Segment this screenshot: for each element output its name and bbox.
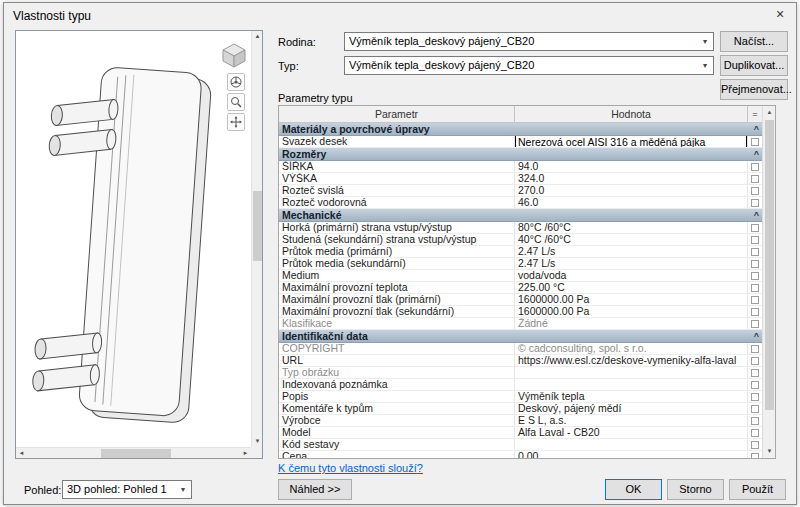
- associate-checkbox[interactable]: [751, 175, 759, 183]
- load-button[interactable]: Načíst...: [720, 31, 788, 52]
- associate-cell[interactable]: [748, 403, 762, 414]
- param-value-cell[interactable]: © cadconsulting, spol. s r.o.: [515, 343, 748, 354]
- associate-cell[interactable]: [748, 451, 762, 458]
- collapse-chevron-icon[interactable]: ^: [754, 148, 762, 160]
- associate-cell[interactable]: [748, 294, 762, 305]
- table-scrollbar[interactable]: ▲ ▼: [762, 106, 775, 458]
- scroll-down-icon[interactable]: ▼: [763, 445, 776, 458]
- associate-cell[interactable]: [748, 246, 762, 257]
- param-value-cell[interactable]: [515, 136, 748, 147]
- param-value-cell[interactable]: 40°C /60°C: [515, 234, 748, 245]
- chevron-down-icon[interactable]: ▾: [175, 481, 191, 498]
- param-value-cell[interactable]: 2.47 L/s: [515, 246, 748, 257]
- associate-cell[interactable]: [748, 282, 762, 293]
- preview-hscroll-thumb[interactable]: [101, 449, 171, 458]
- associate-cell[interactable]: [748, 270, 762, 281]
- associate-cell[interactable]: [748, 367, 762, 378]
- scroll-up-icon[interactable]: ▲: [763, 106, 776, 119]
- collapse-chevron-icon[interactable]: ^: [754, 209, 762, 221]
- preview-toggle-button[interactable]: Náhled >>: [278, 479, 352, 500]
- param-value-cell[interactable]: [515, 379, 748, 390]
- param-value-input[interactable]: [515, 136, 747, 147]
- param-value-cell[interactable]: Deskový, pájený mědí: [515, 403, 748, 414]
- family-dropdown[interactable]: Výměník tepla_deskový pájený_CB20 ▾: [344, 32, 714, 51]
- preview-horizontal-scrollbar[interactable]: ◄ ►: [16, 447, 251, 458]
- associate-cell[interactable]: [748, 391, 762, 402]
- param-group-header[interactable]: Rozměry^: [279, 148, 762, 161]
- associate-cell[interactable]: [748, 439, 762, 450]
- associate-checkbox[interactable]: [751, 187, 759, 195]
- steering-wheel-icon[interactable]: [227, 73, 245, 91]
- scroll-up-icon[interactable]: ▲: [252, 31, 263, 42]
- associate-checkbox[interactable]: [751, 345, 759, 353]
- cancel-button[interactable]: Storno: [667, 479, 724, 500]
- column-header-parameter[interactable]: Parametr: [279, 106, 515, 122]
- param-value-cell[interactable]: 225.00 °C: [515, 282, 748, 293]
- associate-checkbox[interactable]: [751, 284, 759, 292]
- preview-vscroll-thumb[interactable]: [253, 191, 262, 261]
- collapse-chevron-icon[interactable]: ^: [754, 123, 762, 135]
- associate-checkbox[interactable]: [751, 320, 759, 328]
- dialog-titlebar[interactable]: Vlastnosti typu ×: [4, 3, 796, 29]
- associate-checkbox[interactable]: [751, 381, 759, 389]
- table-scroll-thumb[interactable]: [765, 120, 774, 410]
- zoom-icon[interactable]: [227, 93, 245, 111]
- associate-cell[interactable]: [748, 222, 762, 233]
- associate-checkbox[interactable]: [751, 272, 759, 280]
- associate-cell[interactable]: [748, 306, 762, 317]
- param-value-cell[interactable]: 324.0: [515, 173, 748, 184]
- param-value-cell[interactable]: [515, 439, 748, 450]
- param-value-cell[interactable]: 94.0: [515, 161, 748, 172]
- associate-checkbox[interactable]: [751, 248, 759, 256]
- associate-cell[interactable]: [748, 234, 762, 245]
- ok-button[interactable]: OK: [605, 479, 662, 500]
- preview-viewport[interactable]: [16, 31, 251, 447]
- param-group-header[interactable]: Materiály a povrchové úpravy^: [279, 123, 762, 136]
- associate-checkbox[interactable]: [751, 224, 759, 232]
- param-value-cell[interactable]: 2.47 L/s: [515, 258, 748, 269]
- pan-icon[interactable]: [227, 113, 245, 131]
- scroll-left-icon[interactable]: ◄: [16, 448, 27, 459]
- associate-checkbox[interactable]: [751, 357, 759, 365]
- close-icon[interactable]: ×: [765, 4, 795, 26]
- collapse-chevron-icon[interactable]: ^: [754, 330, 762, 342]
- associate-checkbox[interactable]: [751, 260, 759, 268]
- associate-checkbox[interactable]: [751, 429, 759, 437]
- associate-cell[interactable]: [748, 343, 762, 354]
- associate-cell[interactable]: [748, 173, 762, 184]
- apply-button[interactable]: Použít: [729, 479, 786, 500]
- param-value-cell[interactable]: 1600000.00 Pa: [515, 306, 748, 317]
- param-group-header[interactable]: Identifikační data^: [279, 330, 762, 343]
- param-value-cell[interactable]: Žádné: [515, 318, 748, 329]
- chevron-down-icon[interactable]: ▾: [697, 33, 713, 50]
- associate-cell[interactable]: [748, 161, 762, 172]
- type-dropdown[interactable]: Výměník tepla_deskový pájený_CB20 ▾: [344, 56, 714, 75]
- param-value-cell[interactable]: voda/voda: [515, 270, 748, 281]
- param-value-cell[interactable]: 1600000.00 Pa: [515, 294, 748, 305]
- param-value-cell[interactable]: 80°C /60°C: [515, 222, 748, 233]
- rename-button[interactable]: Přejmenovat...: [720, 79, 788, 100]
- viewcube-icon[interactable]: [220, 41, 248, 69]
- associate-cell[interactable]: [748, 355, 762, 366]
- associate-cell[interactable]: [748, 136, 762, 147]
- associate-checkbox[interactable]: [751, 453, 759, 459]
- associate-cell[interactable]: [748, 379, 762, 390]
- associate-checkbox[interactable]: [751, 138, 759, 146]
- help-link[interactable]: K čemu tyto vlastnosti slouží?: [278, 462, 423, 474]
- preview-vertical-scrollbar[interactable]: ▲ ▼: [251, 31, 262, 447]
- associate-cell[interactable]: [748, 427, 762, 438]
- column-header-value[interactable]: Hodnota: [515, 106, 748, 122]
- param-value-cell[interactable]: 46.0: [515, 197, 748, 208]
- param-value-cell[interactable]: Výměník tepla: [515, 391, 748, 402]
- chevron-down-icon[interactable]: ▾: [697, 57, 713, 74]
- associate-checkbox[interactable]: [751, 236, 759, 244]
- duplicate-button[interactable]: Duplikovat...: [720, 55, 788, 76]
- param-value-cell[interactable]: 270.0: [515, 185, 748, 196]
- associate-checkbox[interactable]: [751, 393, 759, 401]
- param-value-cell[interactable]: E S L, a.s.: [515, 415, 748, 426]
- param-value-cell[interactable]: Alfa Laval - CB20: [515, 427, 748, 438]
- associate-checkbox[interactable]: [751, 441, 759, 449]
- associate-cell[interactable]: [748, 318, 762, 329]
- associate-checkbox[interactable]: [751, 199, 759, 207]
- associate-cell[interactable]: [748, 415, 762, 426]
